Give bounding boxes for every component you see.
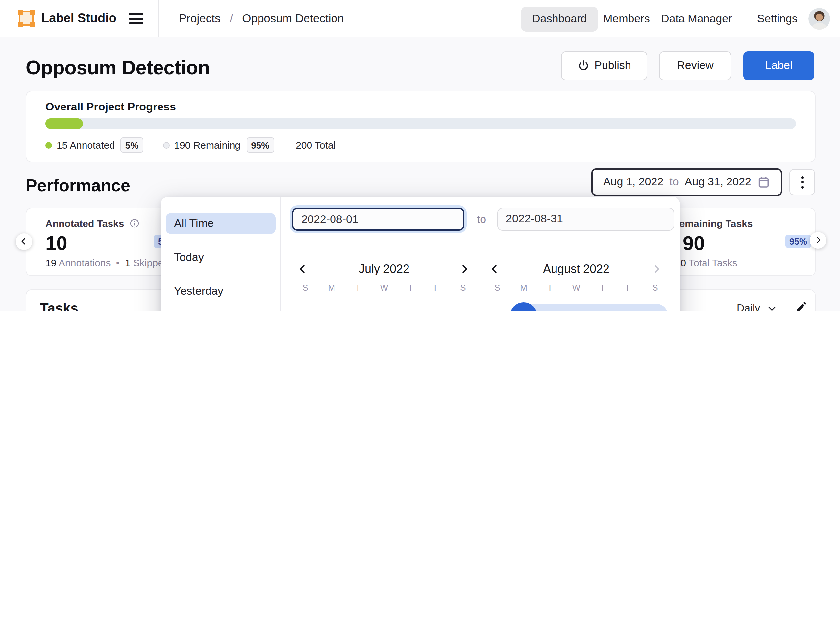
day-header: T [397,283,424,293]
calendar-day[interactable]: 2 [537,302,563,311]
annotated-dot [45,142,52,148]
day-header: M [318,283,345,293]
power-icon [577,60,589,72]
day-headers: SMTWTFS [292,283,476,293]
day-headers: SMTWTFS [484,283,668,293]
day-number: 6 [652,310,658,311]
remaining-value: 90 [683,232,705,255]
nav-tab-data-manager[interactable]: Data Manager [661,6,732,31]
calendar-day[interactable]: 1 [510,302,537,311]
to-date-input[interactable]: 2022-08-31 [497,207,674,230]
tasks-chart-title: Tasks [40,300,78,311]
breadcrumb-projects[interactable]: Projects [179,12,220,26]
avatar[interactable] [808,8,830,30]
from-date-input[interactable]: 2022-08-01 [292,207,464,230]
calendar-day[interactable]: 6 [642,302,668,311]
progress-fill [45,118,83,129]
hamburger-menu-icon[interactable] [129,13,144,24]
page-title: Opposum Detection [26,56,210,79]
range-to: Aug 31, 2022 [685,175,751,189]
chevron-down-icon [767,303,776,311]
date-range-control[interactable]: Aug 1, 2022 to Aug 31, 2022 [591,168,782,196]
annotations-edit-pencil-icon[interactable] [795,300,808,311]
preset-all-time[interactable]: All Time [165,213,275,234]
annotated-sub: 19 Annotations • 1 Skipped [45,257,169,268]
y-axis-label: 50 [26,311,45,311]
brand: Label Studio [41,11,116,26]
nav-tab-members[interactable]: Members [603,6,650,31]
navbar: Label Studio Projects / Opposum Detectio… [0,0,840,38]
day-number: 1 [434,310,440,311]
label-studio-dashboard: Label Studio Projects / Opposum Detectio… [0,0,840,311]
nav-divider [158,0,159,37]
calendar-day[interactable]: 31 [484,302,510,311]
calendar-day[interactable]: 2 [450,302,476,311]
carousel-prev-button[interactable] [15,233,32,250]
kebab-menu-button[interactable] [790,169,815,195]
calendar-day[interactable]: 3 [563,302,590,311]
total-label: 200 Total [296,139,336,151]
preset-today[interactable]: Today [165,247,275,268]
month-title: July 2022 [292,262,476,276]
annotated-value: 10 [45,232,67,255]
day-number: 31 [491,310,503,311]
annotated-label: 15 Annotated [57,139,115,151]
progress-legend: 15 Annotated 5% 190 Remaining 95% 200 To… [45,137,336,152]
day-number: 5 [626,310,632,311]
day-header: M [510,283,537,293]
remaining-pct-badge: 95% [246,137,274,152]
breadcrumb-current: Opposum Detection [242,12,344,26]
range-to-word: to [471,207,492,230]
calendar-icon [757,175,770,189]
review-button[interactable]: Review [659,51,732,80]
calendar-day[interactable]: 4 [590,302,616,311]
nav-tab-settings[interactable]: Settings [757,6,797,31]
info-icon[interactable] [130,218,139,228]
annotations-interval-select[interactable]: Daily [737,302,776,311]
day-number: 4 [600,310,605,311]
logo-icon[interactable] [18,10,35,27]
label-button[interactable]: Label [743,51,814,80]
month-header: July 2022 [292,261,476,279]
day-number: 3 [573,310,579,311]
annotated-pct-badge: 5% [121,137,143,152]
day-number: 2 [547,310,553,311]
nav-tab-dashboard[interactable]: Dashboard [521,6,598,31]
progress-title: Overall Project Progress [45,101,176,114]
publish-button[interactable]: Publish [561,51,647,80]
date-range-picker-popup: All TimeTodayYesterdayLast 7 daysLast 30… [160,197,680,311]
preset-panel: All TimeTodayYesterdayLast 7 daysLast 30… [160,197,281,311]
range-from: Aug 1, 2022 [603,175,663,189]
next-month-icon[interactable] [651,264,663,276]
remaining-dot [163,142,170,148]
day-header: T [537,283,563,293]
day-header: S [484,283,510,293]
day-header: W [563,283,590,293]
calendar-day[interactable]: 5 [616,302,642,311]
day-header: T [345,283,371,293]
calendar-day[interactable]: 1 [424,302,450,311]
day-header: S [642,283,668,293]
performance-title: Performance [26,175,130,196]
calendar-week-row: 31123456 [484,302,668,311]
remaining-badge: 95% [785,235,811,248]
day-number: 2 [460,310,466,311]
next-month-icon[interactable] [459,264,471,276]
day-header: S [292,283,318,293]
day-header: F [616,283,642,293]
annotated-card-title: Annotated Tasks [45,218,139,229]
calendar-week-row: 12 [292,302,476,311]
range-sep: to [669,175,678,189]
breadcrumb: Projects / Opposum Detection [179,12,344,26]
day-header: S [450,283,476,293]
month-title: August 2022 [484,262,668,276]
carousel-next-button[interactable] [810,232,826,248]
remaining-card-title: Remaining Tasks [672,218,753,229]
remaining-label: 190 Remaining [174,139,240,151]
day-header: F [424,283,450,293]
day-header: T [590,283,616,293]
day-header: W [371,283,397,293]
preset-yesterday[interactable]: Yesterday [165,281,275,302]
selected-day-circle: 1 [510,302,538,311]
breadcrumb-separator: / [229,12,233,26]
